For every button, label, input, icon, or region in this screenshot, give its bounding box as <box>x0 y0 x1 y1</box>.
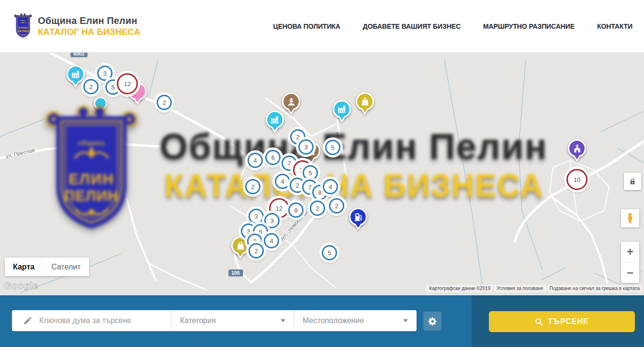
terms-of-use-link[interactable]: Условия за ползване <box>494 285 545 292</box>
chevron-down-icon <box>281 319 285 322</box>
logo-subtitle: КАТАЛОГ НА БИЗНЕСА <box>38 27 140 37</box>
location-dropdown-label: Местоположение <box>303 316 364 325</box>
cluster-marker[interactable]: 4 <box>275 174 290 189</box>
gear-icon <box>428 316 438 326</box>
search-icon <box>535 318 543 326</box>
pin-tail <box>72 80 79 85</box>
pin-tail <box>237 251 244 257</box>
search-button-label: ТЪРСЕНЕ <box>548 317 588 326</box>
chevron-down-icon <box>403 319 408 322</box>
map-type-satellite-button[interactable]: Сателит <box>43 257 89 276</box>
cluster-marker[interactable]: 12 <box>117 73 138 94</box>
factory-pin-marker[interactable] <box>266 111 284 129</box>
zoom-out-button[interactable]: − <box>621 263 639 283</box>
municipality-crest-logo: община ЕЛИН ПЕЛИН <box>13 12 33 40</box>
nav-item-contacts[interactable]: КОНТАКТИ <box>597 22 633 30</box>
pin-tail <box>134 97 141 102</box>
zoom-in-button[interactable]: + <box>621 242 639 262</box>
map-type-control: Карта Сателит <box>5 257 89 276</box>
report-map-error-link[interactable]: Подаване на сигнал за грешка в картата <box>547 285 642 292</box>
map-data-copyright: Картографски данни ©2019 <box>427 285 493 292</box>
nav-item-route-schedule[interactable]: МАРШРУТНО РАЗПИСАНИЕ <box>483 22 575 30</box>
google-map[interactable]: 6002105ул. Преславбул. „Новоселци"ици об… <box>0 53 644 295</box>
cluster-marker[interactable]: 3 <box>298 139 314 155</box>
search-fields: Категория Местоположение <box>12 310 417 331</box>
keyword-section <box>12 310 171 331</box>
site-header: община ЕЛИН ПЕЛИН Община Елин Пелин КАТА… <box>0 0 644 53</box>
pin-tail <box>362 107 368 112</box>
cluster-marker[interactable]: 2 <box>157 95 172 110</box>
factory-pin-marker[interactable] <box>333 100 351 118</box>
pegman-icon <box>624 213 636 224</box>
search-bar: Категория Местоположение ТЪРСЕНЕ <box>0 295 644 347</box>
cluster-marker[interactable]: 2 <box>310 201 325 216</box>
pin-tail <box>288 107 294 112</box>
cluster-marker[interactable]: 5 <box>322 245 337 260</box>
lock-button[interactable] <box>624 173 641 190</box>
cluster-marker[interactable]: 3 <box>264 213 280 228</box>
cluster-marker[interactable]: 3 <box>249 209 264 224</box>
pencil-icon <box>23 316 33 325</box>
lock-icon <box>629 178 636 185</box>
main-nav: ЦЕНОВА ПОЛИТИКА ДОБАВЕТЕ ВАШИЯТ БИЗНЕС М… <box>273 0 633 53</box>
bag-pin-marker[interactable] <box>231 236 249 255</box>
cluster-marker[interactable]: 4 <box>264 233 279 248</box>
zoom-control: + − <box>621 242 639 283</box>
location-dropdown[interactable]: Местоположение <box>294 310 417 331</box>
svg-text:ЕЛИН: ЕЛИН <box>19 26 28 29</box>
map-attribution: Картографски данни ©2019 Условия за полз… <box>427 285 642 292</box>
keyword-search-input[interactable] <box>39 316 159 325</box>
pin-tail <box>271 125 278 131</box>
search-submit-button[interactable]: ТЪРСЕНЕ <box>489 311 635 332</box>
cluster-marker[interactable]: 4 <box>248 153 263 168</box>
cluster-marker[interactable]: 3 <box>97 66 113 81</box>
factory-pin-marker[interactable] <box>67 65 85 83</box>
category-dropdown-label: Категория <box>180 316 216 325</box>
map-type-map-button[interactable]: Карта <box>5 257 43 276</box>
nav-item-add-business[interactable]: ДОБАВЕТЕ ВАШИЯТ БИЗНЕС <box>363 22 461 30</box>
cluster-marker[interactable]: 10 <box>566 169 588 190</box>
category-dropdown[interactable]: Категория <box>172 310 294 331</box>
cluster-marker[interactable]: 2 <box>329 198 344 213</box>
pin-tail <box>574 154 580 159</box>
cluster-marker[interactable]: 8 <box>288 202 304 218</box>
cluster-marker[interactable]: 6 <box>265 150 281 165</box>
nav-item-pricing[interactable]: ЦЕНОВА ПОЛИТИКА <box>273 22 340 30</box>
google-logo[interactable]: Google <box>4 280 38 291</box>
map-markers: 325122235647135242784221283338342510 <box>0 53 644 295</box>
page: 6002105ул. Преславбул. „Новоселци"ици об… <box>0 0 644 347</box>
svg-text:ПЕЛИН: ПЕЛИН <box>18 29 29 33</box>
pegman-control[interactable] <box>621 209 639 227</box>
logo-text: Община Елин Пелин КАТАЛОГ НА БИЗНЕСА <box>38 15 140 37</box>
advanced-search-button[interactable] <box>423 312 441 331</box>
cluster-marker[interactable]: 5 <box>325 140 340 155</box>
worker-pin-marker[interactable] <box>282 92 300 111</box>
pin-tail <box>355 223 362 228</box>
pin-tail <box>339 115 345 120</box>
site-logo[interactable]: община ЕЛИН ПЕЛИН Община Елин Пелин КАТА… <box>13 12 140 40</box>
logo-title: Община Елин Пелин <box>38 15 140 26</box>
cluster-marker[interactable]: 2 <box>245 179 260 194</box>
cluster-marker[interactable]: 4 <box>323 179 338 194</box>
cluster-marker[interactable]: 2 <box>249 243 264 258</box>
bag-pin-marker[interactable] <box>356 92 374 111</box>
crest-graphic: община ЕЛИН ПЕЛИН <box>13 12 33 40</box>
church-pin-marker[interactable] <box>568 139 586 157</box>
cluster-marker[interactable]: 5 <box>303 165 318 180</box>
cluster-marker[interactable]: 2 <box>83 79 99 94</box>
fuel-pin-marker[interactable] <box>349 208 367 226</box>
